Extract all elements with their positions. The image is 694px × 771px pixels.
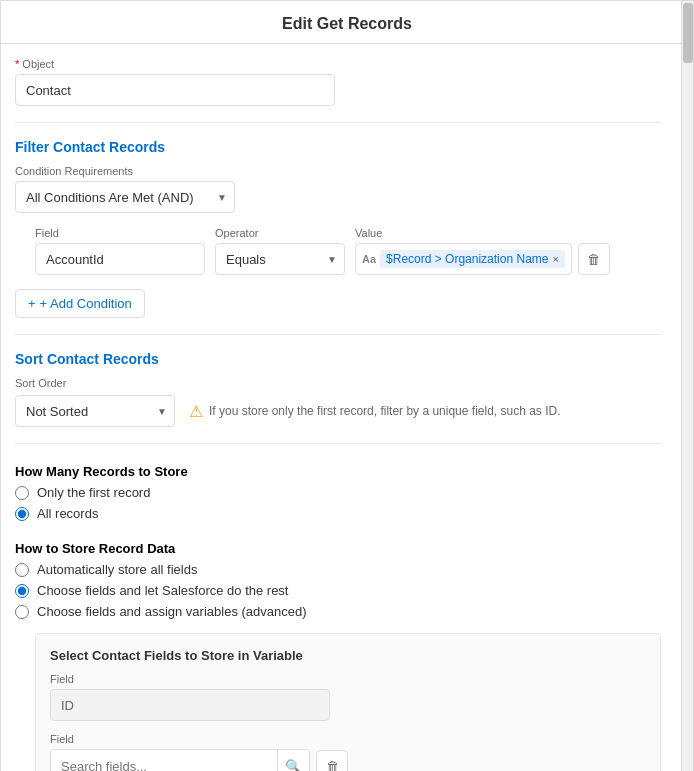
condition-value-group: Value Aa $Record > Organization Name × 🗑 <box>355 227 610 275</box>
object-field-label: * Object <box>15 58 661 70</box>
radio-all-records[interactable]: All records <box>15 506 661 521</box>
modal-container: Edit Get Records * Object Filter Contact… <box>0 0 694 771</box>
condition-requirements-select-wrapper: All Conditions Are Met (AND) ▼ <box>15 181 235 213</box>
object-input[interactable] <box>15 74 335 106</box>
sort-order-row: Not Sorted ▼ ⚠ If you store only the fir… <box>15 395 661 427</box>
condition-row: Field Operator Equals ▼ Value <box>35 227 661 275</box>
scrollbar-thumb[interactable] <box>683 3 693 63</box>
object-section: * Object <box>15 58 661 106</box>
radio-first-input[interactable] <box>15 486 29 500</box>
how-many-section: How Many Records to Store Only the first… <box>15 464 661 521</box>
operator-select-wrapper: Equals ▼ <box>215 243 345 275</box>
sort-warning-row: ⚠ If you store only the first record, fi… <box>189 402 561 421</box>
field1-input <box>50 689 330 721</box>
value-pill: $Record > Organization Name × <box>380 250 565 268</box>
add-condition-button[interactable]: + + Add Condition <box>15 289 145 318</box>
divider-2 <box>15 334 661 335</box>
condition-field-input[interactable] <box>35 243 205 275</box>
condition-field-label: Field <box>35 227 205 239</box>
radio-auto-label: Automatically store all fields <box>37 562 197 577</box>
condition-requirements-select[interactable]: All Conditions Are Met (AND) <box>15 181 235 213</box>
search-icon: 🔍 <box>285 759 302 772</box>
condition-operator-group: Operator Equals ▼ <box>215 227 345 275</box>
radio-advanced-input[interactable] <box>15 605 29 619</box>
value-field[interactable]: Aa $Record > Organization Name × <box>355 243 572 275</box>
sort-order-label: Sort Order <box>15 377 661 389</box>
sort-section: Sort Contact Records Sort Order Not Sort… <box>15 351 661 427</box>
radio-auto-input[interactable] <box>15 563 29 577</box>
field2-group: Field 🔍 🗑 <box>50 733 646 771</box>
radio-first-label: Only the first record <box>37 485 150 500</box>
divider-1 <box>15 122 661 123</box>
field1-group: Field <box>50 673 646 721</box>
modal-header: Edit Get Records <box>1 1 693 44</box>
condition-delete-button[interactable]: 🗑 <box>578 243 610 275</box>
how-many-title: How Many Records to Store <box>15 464 661 479</box>
field1-label: Field <box>50 673 646 685</box>
how-store-radio-group: Automatically store all fields Choose fi… <box>15 562 661 619</box>
scrollbar[interactable] <box>681 1 693 771</box>
sort-section-title: Sort Contact Records <box>15 351 661 367</box>
sort-warning-text: If you store only the first record, filt… <box>209 404 561 418</box>
condition-value-label: Value <box>355 227 610 239</box>
search-fields-input[interactable] <box>51 750 277 771</box>
divider-3 <box>15 443 661 444</box>
warning-icon: ⚠ <box>189 402 203 421</box>
search-row: 🔍 🗑 <box>50 749 646 771</box>
modal-title: Edit Get Records <box>282 15 412 32</box>
value-type-icon: Aa <box>362 253 376 265</box>
radio-choose-salesforce[interactable]: Choose fields and let Salesforce do the … <box>15 583 661 598</box>
operator-select[interactable]: Equals <box>215 243 345 275</box>
sort-order-select[interactable]: Not Sorted <box>15 395 175 427</box>
search-field: 🔍 <box>50 749 310 771</box>
search-icon-button[interactable]: 🔍 <box>277 750 309 771</box>
required-star: * <box>15 58 19 70</box>
add-condition-label: + Add Condition <box>40 296 132 311</box>
radio-advanced[interactable]: Choose fields and assign variables (adva… <box>15 604 661 619</box>
radio-first-record[interactable]: Only the first record <box>15 485 661 500</box>
value-pill-text: $Record > Organization Name <box>386 252 548 266</box>
field2-row: Field 🔍 🗑 <box>50 733 646 771</box>
how-store-title: How to Store Record Data <box>15 541 661 556</box>
radio-auto-fields[interactable]: Automatically store all fields <box>15 562 661 577</box>
sort-order-select-wrapper: Not Sorted ▼ <box>15 395 175 427</box>
delete-field-button[interactable]: 🗑 <box>316 750 348 771</box>
trash-icon: 🗑 <box>587 252 600 267</box>
delete-field-icon: 🗑 <box>326 759 339 772</box>
sub-section-title: Select Contact Fields to Store in Variab… <box>50 648 646 663</box>
condition-operator-label: Operator <box>215 227 345 239</box>
select-fields-sub-section: Select Contact Fields to Store in Variab… <box>35 633 661 771</box>
radio-choose-input[interactable] <box>15 584 29 598</box>
radio-all-label: All records <box>37 506 98 521</box>
field2-label: Field <box>50 733 646 745</box>
value-pill-close-icon[interactable]: × <box>552 253 558 265</box>
condition-field-group: Field <box>35 227 205 275</box>
how-store-section: How to Store Record Data Automatically s… <box>15 541 661 771</box>
condition-requirements-label: Condition Requirements <box>15 165 661 177</box>
radio-advanced-label: Choose fields and assign variables (adva… <box>37 604 307 619</box>
modal-body: * Object Filter Contact Records Conditio… <box>1 44 681 771</box>
filter-section-title: Filter Contact Records <box>15 139 661 155</box>
value-row: Aa $Record > Organization Name × 🗑 <box>355 243 610 275</box>
radio-all-input[interactable] <box>15 507 29 521</box>
add-condition-plus-icon: + <box>28 296 36 311</box>
filter-section: Filter Contact Records Condition Require… <box>15 139 661 318</box>
radio-choose-label: Choose fields and let Salesforce do the … <box>37 583 288 598</box>
how-many-radio-group: Only the first record All records <box>15 485 661 521</box>
